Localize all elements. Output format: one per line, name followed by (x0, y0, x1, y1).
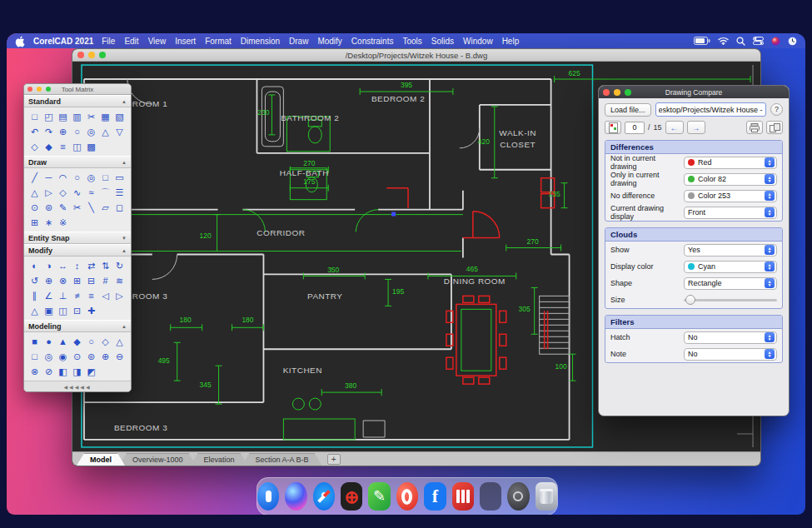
tool-icon[interactable]: ◇ (27, 139, 42, 154)
tool-icon[interactable]: ✚ (84, 303, 98, 318)
tool-icon[interactable]: ▧ (112, 109, 127, 124)
tool-icon[interactable]: ↻ (112, 258, 127, 273)
clouds-show-dropdown[interactable]: Yes ▲▼ (684, 244, 777, 257)
tool-icon[interactable]: ⇄ (84, 258, 98, 273)
tool-icon[interactable]: ↶ (27, 124, 42, 139)
apple-menu-icon[interactable] (15, 36, 25, 47)
tool-icon[interactable]: ∠ (42, 288, 56, 303)
tool-icon[interactable]: # (98, 273, 112, 288)
tool-icon[interactable]: ▲ (56, 334, 70, 349)
music-dock-icon[interactable] (507, 482, 529, 511)
menubar-menu-item[interactable]: Dimension (241, 37, 280, 46)
current-drawing-display-dropdown[interactable]: Front ▲▼ (684, 207, 777, 219)
tool-icon[interactable]: △ (112, 334, 127, 349)
palette-collapse-handle[interactable]: ◀◀◀◀◀ (24, 381, 131, 391)
menubar-menu-item[interactable]: Constraints (351, 37, 394, 46)
clock-icon[interactable] (788, 37, 797, 46)
tool-icon[interactable]: □ (27, 109, 42, 124)
slider-track[interactable] (684, 299, 777, 301)
tool-icon[interactable]: ⊖ (112, 349, 127, 364)
palette-titlebar[interactable]: Tool Matrix (24, 84, 131, 95)
tool-icon[interactable]: ○ (70, 170, 84, 185)
tool-icon[interactable]: △ (27, 303, 42, 318)
tool-icon[interactable]: ⊡ (70, 303, 84, 318)
tool-icon[interactable]: ⊕ (42, 273, 56, 288)
section-header-modeling[interactable]: Modeling ▲ (24, 320, 131, 332)
no-difference-dropdown[interactable]: Color 253 ▲▼ (684, 190, 777, 202)
menubar-menu-item[interactable]: Draw (289, 37, 308, 46)
tool-icon[interactable]: ▤ (56, 109, 70, 124)
tool-icon[interactable]: ⊕ (98, 349, 112, 364)
tool-icon[interactable]: ※ (56, 215, 70, 230)
menubar-app-name[interactable]: CorelCAD 2021 (33, 37, 93, 46)
side-by-side-icon[interactable] (766, 121, 783, 134)
previous-difference-button[interactable]: ← (665, 121, 684, 134)
tool-icon[interactable]: ⊙ (27, 200, 42, 215)
tool-icon[interactable]: ≡ (56, 139, 70, 154)
tool-icon[interactable]: ⊗ (27, 364, 42, 379)
tool-icon[interactable]: ▦ (98, 109, 112, 124)
tool-icon[interactable]: ■ (27, 334, 42, 349)
tool-icon[interactable]: ▱ (98, 200, 112, 215)
menubar-menu-item[interactable]: Help (502, 37, 520, 46)
tool-icon[interactable]: ◐ (27, 258, 42, 273)
clouds-shape-dropdown[interactable]: Rectangle ▲▼ (684, 277, 777, 290)
tool-icon[interactable]: ▷ (42, 185, 56, 200)
tool-icon[interactable]: ○ (84, 334, 98, 349)
siri-dock-icon[interactable] (285, 482, 306, 511)
tool-icon[interactable]: △ (27, 185, 42, 200)
tool-icon[interactable]: ⊗ (56, 273, 70, 288)
tool-icon[interactable]: ◇ (56, 185, 70, 200)
launchpad-dock-icon[interactable] (480, 482, 501, 511)
tool-icon[interactable]: ▥ (70, 109, 84, 124)
tool-icon[interactable]: ≈ (84, 185, 98, 200)
tool-icon[interactable]: ≠ (70, 288, 84, 303)
collapse-arrow-icon[interactable]: ▲ (122, 99, 127, 104)
clouds-display-color-dropdown[interactable]: Cyan ▲▼ (684, 261, 777, 273)
tool-icon[interactable]: ◩ (84, 364, 98, 379)
search-icon[interactable] (736, 37, 745, 46)
diff-sheet-icon[interactable] (605, 121, 621, 134)
tool-icon[interactable]: ✂ (84, 109, 98, 124)
tool-icon[interactable]: ◨ (70, 364, 84, 379)
tool-icon[interactable]: ↷ (42, 124, 56, 139)
tool-icon[interactable]: ◠ (56, 170, 70, 185)
menubar-menu-item[interactable]: Edit (124, 37, 138, 46)
tool-icon[interactable]: ⌒ (98, 185, 112, 200)
tool-icon[interactable]: ↺ (27, 273, 42, 288)
add-sheet-button[interactable]: + (327, 454, 341, 465)
collapse-arrow-icon[interactable]: ▲ (122, 324, 127, 329)
safari-dock-icon[interactable] (313, 482, 335, 511)
tool-icon[interactable]: ◻ (112, 200, 127, 215)
tool-icon[interactable]: ○ (70, 124, 84, 139)
section-header-entity-snap[interactable]: Entity Snap ▼ (24, 232, 131, 244)
tool-icon[interactable]: ● (42, 334, 56, 349)
tool-icon[interactable]: ⊚ (84, 349, 98, 364)
compare-titlebar[interactable]: Drawing Compare (599, 86, 789, 98)
tool-icon[interactable]: □ (27, 349, 42, 364)
tool-icon[interactable]: ⊞ (70, 273, 84, 288)
menubar-menu-item[interactable]: Modify (317, 37, 341, 46)
tool-icon[interactable]: ∗ (42, 215, 56, 230)
tool-icon[interactable]: ◑ (42, 258, 56, 273)
section-header-draw[interactable]: Draw ▲ (24, 156, 131, 168)
selection-grip[interactable] (391, 212, 396, 217)
collapse-arrow-icon[interactable]: ▲ (122, 248, 127, 253)
tool-icon[interactable]: ◎ (84, 124, 98, 139)
trash-dock-icon[interactable] (536, 482, 557, 511)
tool-icon[interactable]: ▣ (42, 303, 56, 318)
section-header-modify[interactable]: Modify ▲ (24, 244, 131, 257)
tab-model[interactable]: Model (77, 453, 125, 466)
menubar-menu-item[interactable]: Tools (402, 37, 421, 46)
tool-icon[interactable]: ▭ (112, 170, 127, 185)
filter-note-dropdown[interactable]: No ▲▼ (684, 348, 777, 361)
control-center-icon[interactable] (753, 37, 764, 45)
tool-icon[interactable]: ◇ (98, 334, 112, 349)
tool-icon[interactable]: ✂ (70, 200, 84, 215)
tool-icon[interactable]: △ (98, 124, 112, 139)
tool-icon[interactable]: ∥ (27, 288, 42, 303)
menubar-menu-item[interactable]: Window (463, 37, 493, 46)
markers-dock-icon[interactable] (452, 482, 474, 511)
tab-overview-1000[interactable]: Overview-1000 (119, 453, 197, 466)
next-difference-button[interactable]: → (687, 121, 705, 134)
